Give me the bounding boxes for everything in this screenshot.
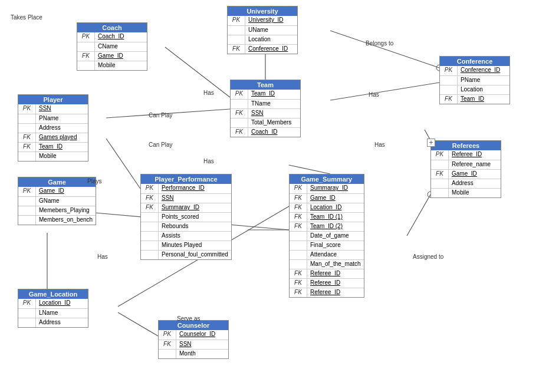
attr-col-game_summary-1: Game_ID (307, 194, 338, 203)
key-col-game_summary-5 (290, 232, 307, 241)
attr-col-referees-2: Game_ID (449, 170, 480, 179)
attr-col-player-4: Team_ID (36, 143, 65, 151)
entity-row-player_performance-1: FKSSN (141, 193, 231, 203)
entity-row-team-1: TName (231, 99, 300, 108)
entity-row-player_performance-0: PKPerformance_ID (141, 184, 231, 193)
attr-col-team-1: TName (248, 100, 274, 108)
key-col-referees-4 (431, 189, 449, 197)
entity-row-counselor-1: FKSSN (159, 340, 228, 349)
entity-row-university-1: UName (228, 25, 297, 35)
key-col-player-2 (18, 124, 36, 133)
entity-row-game_location-1: LName (18, 308, 88, 318)
entity-row-game_summary-3: FKTeam_ID (1) (290, 212, 364, 222)
expand-referees-icon[interactable]: + (427, 139, 435, 147)
key-col-coach-1 (77, 42, 95, 51)
attr-col-game_summary-5: Date_of_game (307, 232, 352, 241)
attr-col-university-3: Conference_ID (245, 45, 291, 54)
entity-row-game_summary-7: Attendace (290, 250, 364, 259)
entity-row-game-1: GName (18, 196, 96, 206)
svg-line-13 (289, 165, 330, 174)
label-has4: Has (374, 141, 385, 148)
attr-col-university-1: UName (245, 26, 271, 35)
entity-row-player_performance-2: FKSummaray_ID (141, 203, 231, 212)
entity-header-game_location: Game_Location (18, 289, 88, 299)
key-col-game-3 (18, 216, 36, 225)
entity-row-counselor-2: Month (159, 349, 228, 358)
key-col-game_summary-10: FK (290, 279, 307, 288)
key-col-player-5 (18, 152, 36, 161)
key-col-game_summary-7 (290, 251, 307, 259)
entity-header-player: Player (18, 95, 88, 104)
key-col-conference-0: PK (440, 66, 458, 75)
label-has3: Has (203, 158, 214, 164)
key-col-game-2 (18, 206, 36, 215)
key-col-conference-2 (440, 85, 458, 94)
key-col-game_summary-0: PK (290, 184, 307, 193)
key-col-player_performance-6 (141, 241, 159, 250)
key-col-referees-1 (431, 160, 449, 169)
entity-row-conference-1: PName (440, 75, 509, 85)
attr-col-player_performance-2: Summaray_ID (159, 203, 202, 212)
attr-col-university-0: University_ID (245, 16, 286, 25)
attr-col-team-3: Total_Members (248, 118, 294, 127)
entity-team: TeamPKTeam_IDTNameFKSSNTotal_MembersFKCo… (230, 80, 301, 137)
attr-col-game-2: Memebers_Playing (36, 206, 93, 215)
key-col-game_location-2 (18, 318, 36, 327)
label-can_play1: Can Play (149, 112, 173, 118)
entity-row-conference-3: FKTeam_ID (440, 94, 509, 104)
key-col-game_summary-4: FK (290, 222, 307, 231)
entity-row-player_performance-5: Assists (141, 231, 231, 241)
attr-col-player_performance-7: Personal_foul_committed (159, 251, 231, 259)
entity-coach: CoachPKCoach_IDCNameFKGame_IDMobile (77, 22, 147, 71)
attr-col-referees-4: Mobile (449, 189, 472, 197)
key-col-player_performance-3 (141, 213, 159, 222)
entity-row-coach-3: Mobile (77, 61, 147, 70)
entity-row-player-1: PName (18, 114, 88, 123)
key-col-team-2: FK (231, 109, 248, 118)
entity-row-coach-2: FKGame_ID (77, 51, 147, 61)
key-col-game_summary-1: FK (290, 194, 307, 203)
key-col-player_performance-5 (141, 232, 159, 241)
attr-col-referees-0: Referee_ID (449, 150, 485, 160)
attr-col-counselor-1: SSN (176, 340, 195, 349)
attr-col-conference-2: Location (458, 85, 486, 94)
attr-col-game_summary-0: Summaray_ID (307, 184, 351, 193)
entity-row-game_location-0: PKLocation_ID (18, 299, 88, 308)
entity-row-conference-2: Location (440, 85, 509, 94)
attr-col-game_location-0: Location_ID (36, 299, 73, 308)
attr-col-game-3: Members_on_bench (36, 216, 96, 225)
label-can_play2: Can Play (149, 141, 173, 148)
entity-row-player-0: PKSSN (18, 104, 88, 114)
entity-row-game_summary-0: PKSummaray_ID (290, 184, 364, 193)
key-col-game_summary-11: FK (290, 288, 307, 297)
entity-player_performance: Player_PerformancePKPerformance_IDFKSSNF… (140, 174, 232, 260)
attr-col-counselor-2: Month (176, 350, 199, 358)
entity-header-team: Team (231, 80, 300, 90)
entity-conference: ConferencePKConference_IDPNameLocationFK… (439, 56, 510, 104)
label-assigned_to: Assigned to (413, 253, 443, 260)
attr-col-coach-2: Game_ID (95, 52, 126, 61)
attr-col-game_summary-6: Final_score (307, 241, 344, 250)
attr-col-game-0: Game_ID (36, 187, 67, 196)
key-col-coach-0: PK (77, 32, 95, 42)
entity-row-player_performance-3: Points_scored (141, 212, 231, 222)
attr-col-conference-3: Team_ID (458, 95, 487, 104)
attr-col-referees-3: Address (449, 179, 476, 188)
attr-col-player_performance-1: SSN (159, 194, 177, 203)
attr-col-game-1: GName (36, 197, 62, 206)
entity-row-coach-1: CName (77, 42, 147, 51)
entity-row-game_summary-4: FKTeam_ID (2) (290, 222, 364, 231)
key-col-university-0: PK (228, 16, 245, 25)
entity-row-university-0: PKUniversity_ID (228, 16, 297, 25)
attr-col-game_summary-7: Attendace (307, 251, 340, 259)
key-col-university-3: FK (228, 45, 245, 54)
entity-row-referees-3: Address (431, 179, 501, 188)
er-diagram: UniversityPKUniversity_IDUNameLocationFK… (0, 0, 549, 392)
entity-row-conference-0: PKConference_ID (440, 66, 509, 75)
key-col-game_summary-2: FK (290, 203, 307, 212)
key-col-game_summary-8 (290, 260, 307, 269)
entity-row-player_performance-4: Rebounds (141, 222, 231, 231)
key-col-game-1 (18, 197, 36, 206)
attr-col-player_performance-3: Points_scored (159, 213, 202, 222)
attr-col-coach-3: Mobile (95, 61, 118, 70)
